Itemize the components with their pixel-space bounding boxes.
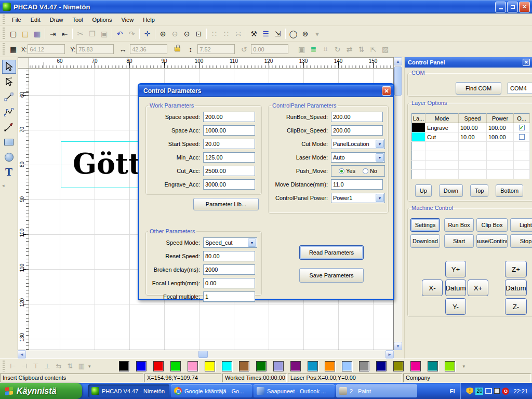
- minimize-button[interactable]: [495, 2, 506, 12]
- min_acc-field[interactable]: [203, 152, 255, 163]
- new-icon[interactable]: ▢: [7, 28, 19, 39]
- jog-datum-button[interactable]: Datum: [445, 280, 466, 296]
- pick-icon[interactable]: ⇲: [272, 28, 284, 39]
- light-button[interactable]: Light: [510, 218, 532, 232]
- chevron-down-icon[interactable]: ▼: [248, 238, 256, 247]
- jog-z-plus-button[interactable]: Z+: [505, 261, 527, 277]
- dialog-titlebar[interactable]: Control Parameters ✕: [139, 85, 393, 97]
- vertical-scroll-thumb[interactable]: [394, 66, 402, 96]
- task-outlook[interactable]: Saapuneet - Outlook ...: [254, 384, 335, 397]
- rotation-field[interactable]: [251, 44, 288, 54]
- color-swatch[interactable]: [290, 361, 301, 371]
- polyline-tool[interactable]: [2, 105, 16, 119]
- layer-col-speed[interactable]: Speed: [459, 114, 487, 123]
- push-move-no-option[interactable]: No: [363, 168, 377, 174]
- color-swatch[interactable]: [273, 361, 284, 371]
- opera-icon[interactable]: O: [502, 388, 509, 395]
- run-box-button[interactable]: Run Box: [444, 218, 474, 232]
- jog-z-minus-button[interactable]: Z-: [505, 298, 527, 315]
- toolbox-collapse-icon[interactable]: ◂: [0, 183, 5, 188]
- parameter-lib-button[interactable]: Parameter Lib...: [193, 198, 259, 210]
- pan-icon[interactable]: ✛: [141, 28, 153, 39]
- space-acc-field[interactable]: [203, 125, 255, 136]
- task-phcad[interactable]: PHCAD V4.47 - Nimetön: [88, 384, 169, 397]
- layer-row[interactable]: Engrave100.00100.00✓: [412, 123, 530, 132]
- download-button[interactable]: Download: [410, 234, 440, 248]
- layer-col-o[interactable]: O...: [514, 114, 530, 123]
- chevron-down-icon[interactable]: ▾: [463, 364, 466, 369]
- zoom-in-icon[interactable]: ⊕: [157, 28, 169, 39]
- menu-edit[interactable]: Edit: [26, 15, 45, 24]
- color-swatch[interactable]: [136, 361, 147, 371]
- menu-tool[interactable]: Tool: [68, 15, 87, 24]
- stop-button[interactable]: Stop: [510, 234, 532, 248]
- radio-checked-icon[interactable]: [339, 168, 344, 174]
- grid-snap-icon[interactable]: ▦: [7, 44, 19, 55]
- color-swatch[interactable]: [308, 361, 318, 371]
- clip-box-button[interactable]: Clip Box: [476, 218, 508, 232]
- open-icon[interactable]: ▤: [19, 28, 31, 39]
- chevron-down-icon[interactable]: ▼: [376, 140, 384, 148]
- layer-up-button[interactable]: Up: [415, 184, 432, 197]
- com-port-combo[interactable]: COM4: [508, 83, 532, 94]
- task-paint[interactable]: 2 - Paint: [336, 384, 417, 397]
- jog-x-minus-button[interactable]: X-: [422, 280, 443, 296]
- width-field[interactable]: [130, 44, 167, 54]
- controlpanel-power-select[interactable]: Power1 ▼: [331, 193, 385, 203]
- jog-y-plus-button[interactable]: Y+: [445, 261, 466, 277]
- height-field[interactable]: [197, 44, 235, 54]
- restore-button[interactable]: [507, 2, 518, 12]
- start-button[interactable]: Käynnistä: [0, 383, 82, 399]
- layer-color-swatch[interactable]: [412, 123, 425, 132]
- scroll-up-icon[interactable]: ▲: [394, 57, 402, 65]
- layer-down-button[interactable]: Down: [439, 184, 463, 197]
- color-swatch[interactable]: [325, 361, 335, 371]
- ellipse-tool[interactable]: [2, 150, 16, 164]
- zoom-selected-icon[interactable]: ⊙: [181, 28, 193, 39]
- speed-mode-select[interactable]: Speed_cut ▼: [203, 237, 257, 248]
- select-tool[interactable]: [2, 60, 16, 74]
- runbox-speed-field[interactable]: [331, 112, 383, 122]
- tray-badge[interactable]: 20: [475, 388, 483, 395]
- settings-button[interactable]: Settings: [410, 218, 440, 232]
- layer-color-swatch[interactable]: [412, 132, 425, 142]
- menu-help[interactable]: Help: [138, 15, 159, 24]
- y-position-field[interactable]: [76, 44, 114, 54]
- space-speed-field[interactable]: [203, 112, 255, 122]
- language-indicator[interactable]: FI: [445, 383, 460, 399]
- color-swatch[interactable]: [342, 361, 352, 371]
- layer-stack-icon[interactable]: ≣: [308, 44, 320, 55]
- layer-bottom-button[interactable]: Bottom: [496, 184, 523, 197]
- tool-hammer-icon[interactable]: ⚒: [248, 28, 260, 39]
- laser-mode-select[interactable]: Auto ▼: [331, 152, 385, 163]
- focal-multiple-field[interactable]: [203, 291, 255, 302]
- move-distance-field[interactable]: [331, 179, 383, 190]
- clipbox-speed-field[interactable]: [331, 125, 383, 136]
- menu-view[interactable]: View: [116, 15, 138, 24]
- layer-output-cell[interactable]: ✓: [514, 123, 530, 132]
- push-move-yes-option[interactable]: Yes: [339, 168, 355, 174]
- rotate-center-icon[interactable]: ⊚: [299, 28, 311, 39]
- lock-ratio-icon[interactable]: [175, 47, 180, 51]
- radio-unchecked-icon[interactable]: [363, 168, 368, 174]
- menu-draw[interactable]: Draw: [45, 15, 68, 24]
- color-swatch[interactable]: [119, 361, 129, 371]
- layer-top-button[interactable]: Top: [470, 184, 489, 197]
- param-list-icon[interactable]: ☰: [260, 28, 272, 39]
- color-swatch[interactable]: [376, 361, 387, 371]
- network-icon[interactable]: [485, 388, 492, 394]
- layer-col-power[interactable]: Power: [487, 114, 514, 123]
- reset-speed-field[interactable]: [203, 251, 255, 261]
- start-button[interactable]: Start: [444, 234, 474, 248]
- horizontal-scrollbar[interactable]: ◄ ►: [18, 350, 394, 358]
- x-position-field[interactable]: [28, 44, 65, 54]
- color-swatch[interactable]: [445, 361, 455, 371]
- find-com-button[interactable]: Find COM: [456, 82, 501, 95]
- focal-length-mm-field[interactable]: [203, 278, 255, 288]
- menu-options[interactable]: Options: [88, 15, 117, 24]
- brush-tool[interactable]: [2, 120, 16, 134]
- jog-y-minus-button[interactable]: Y-: [445, 298, 466, 315]
- lock-icon[interactable]: [494, 388, 500, 394]
- menu-file[interactable]: File: [7, 15, 26, 24]
- color-swatch[interactable]: [239, 361, 249, 371]
